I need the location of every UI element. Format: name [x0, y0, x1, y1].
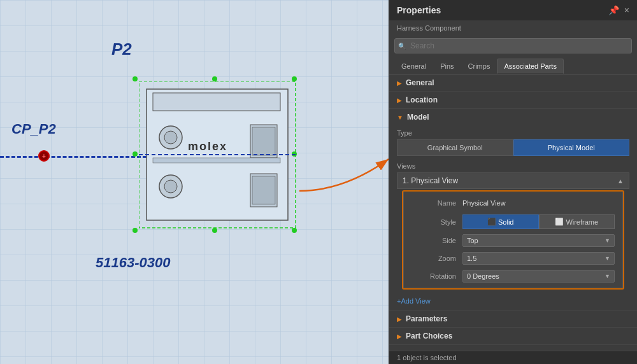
svg-rect-2	[153, 93, 280, 111]
component-name-label: P2	[111, 39, 132, 59]
search-wrapper	[394, 38, 632, 53]
prop-rotation-row: Rotation 0 Degrees ▼	[404, 267, 622, 285]
search-input[interactable]	[394, 38, 632, 53]
selection-handle-bl[interactable]	[132, 228, 138, 233]
annotation-arrow	[293, 140, 389, 216]
canvas-area: P2 CP_P2 51163-0300 molex	[0, 0, 389, 364]
tab-pins[interactable]: Pins	[433, 59, 461, 74]
svg-point-9	[164, 180, 177, 193]
add-view-button[interactable]: +Add View	[389, 292, 637, 310]
view-properties-highlight: Name Physical View Style ⬛ Solid	[402, 190, 624, 290]
style-btn-solid[interactable]: ⬛ Solid	[462, 214, 539, 229]
physical-view-chevron: ▲	[617, 178, 624, 185]
search-bar	[389, 36, 637, 56]
views-label: Views	[397, 162, 629, 170]
type-btn-physical[interactable]: Physical Model	[513, 139, 630, 156]
section-general-label: General	[406, 78, 434, 87]
physical-view-header[interactable]: 1. Physical View ▲	[397, 172, 629, 189]
properties-panel: Properties 📌 × Harness Component General…	[389, 0, 637, 364]
status-text: 1 object is selected	[397, 354, 457, 361]
side-label: Side	[412, 237, 456, 244]
svg-text:molex: molex	[188, 140, 227, 153]
svg-rect-6	[252, 127, 275, 155]
svg-point-4	[164, 131, 177, 144]
dropdown-arrow-icon: ▼	[605, 237, 610, 244]
panel-body: ▶ General ▶ Location ▼ Model Type Graphi…	[389, 74, 637, 351]
chevron-down-icon: ▼	[397, 114, 403, 121]
prop-side-row: Side Top ▼	[404, 232, 622, 249]
rotation-select[interactable]: 0 Degrees ▼	[462, 270, 615, 283]
tab-general[interactable]: General	[394, 59, 433, 74]
zoom-label: Zoom	[412, 255, 456, 262]
svg-rect-11	[252, 176, 275, 204]
chevron-right-icon-3: ▶	[397, 316, 402, 323]
tab-associated-parts[interactable]: Associated Parts	[497, 59, 564, 74]
section-location[interactable]: ▶ Location	[389, 92, 637, 109]
rotation-label: Rotation	[412, 272, 456, 280]
prop-style-row: Style ⬛ Solid ⬜ Wireframe	[404, 212, 622, 232]
component-label: CP_P2	[11, 121, 56, 137]
section-model-label: Model	[407, 113, 429, 122]
type-buttons: Graphical Symbol Physical Model	[397, 139, 629, 156]
type-label: Type	[397, 129, 629, 137]
status-bar: 1 object is selected	[389, 351, 637, 364]
views-section: Views 1. Physical View ▲ Name P	[389, 158, 637, 290]
side-select[interactable]: Top ▼	[462, 234, 615, 247]
section-part-choices[interactable]: ▶ Part Choices	[389, 328, 637, 345]
prop-zoom-row: Zoom 1.5 ▼	[404, 249, 622, 267]
section-parameters-label: Parameters	[406, 314, 447, 323]
chevron-right-icon-4: ▶	[397, 333, 402, 340]
wireframe-icon: ⬜	[555, 218, 564, 226]
panel-subtitle: Harness Component	[389, 20, 637, 36]
pin-button[interactable]: 📌	[608, 5, 619, 15]
physical-view-title: 1. Physical View	[403, 176, 458, 185]
prop-name-row: Name Physical View	[404, 194, 622, 212]
connector-line	[0, 156, 147, 158]
part-number-label: 51163-0300	[96, 255, 170, 271]
section-model: ▼ Model Type Graphical Symbol Physical M…	[389, 109, 637, 311]
section-parameters[interactable]: ▶ Parameters	[389, 311, 637, 328]
selection-handle-tm[interactable]	[212, 76, 217, 81]
chevron-right-icon-2: ▶	[397, 97, 402, 104]
panel-header: Properties 📌 ×	[389, 0, 637, 20]
style-btn-wireframe[interactable]: ⬜ Wireframe	[539, 214, 615, 229]
name-value: Physical View	[462, 199, 615, 207]
selection-handle-ml[interactable]	[132, 151, 138, 157]
dropdown-arrow-icon-2: ▼	[605, 255, 610, 262]
section-part-choices-label: Part Choices	[406, 332, 452, 340]
view-properties: Name Physical View Style ⬛ Solid	[403, 192, 623, 288]
style-label: Style	[412, 218, 456, 226]
svg-rect-7	[153, 158, 280, 163]
panel-title: Properties	[397, 5, 441, 15]
panel-controls: 📌 ×	[608, 5, 629, 15]
zoom-select[interactable]: 1.5 ▼	[462, 252, 615, 265]
chevron-right-icon: ▶	[397, 80, 402, 87]
tabs-bar: General Pins Crimps Associated Parts	[389, 56, 637, 74]
close-button[interactable]: ×	[624, 5, 629, 15]
selection-handle-tr[interactable]	[292, 76, 297, 81]
type-row: Type Graphical Symbol Physical Model	[389, 125, 637, 158]
cube-icon: ⬛	[487, 218, 496, 226]
name-label: Name	[412, 199, 456, 207]
section-general[interactable]: ▶ General	[389, 74, 637, 92]
connector-drawing: molex	[139, 81, 297, 229]
connector-dot	[38, 150, 50, 162]
tab-crimps[interactable]: Crimps	[461, 59, 497, 74]
type-btn-graphical[interactable]: Graphical Symbol	[397, 139, 513, 156]
section-location-label: Location	[406, 95, 438, 104]
selection-handle-tl[interactable]	[132, 76, 138, 81]
dropdown-arrow-icon-3: ▼	[605, 273, 610, 279]
model-header[interactable]: ▼ Model	[389, 109, 637, 125]
style-buttons: ⬛ Solid ⬜ Wireframe	[462, 214, 615, 229]
